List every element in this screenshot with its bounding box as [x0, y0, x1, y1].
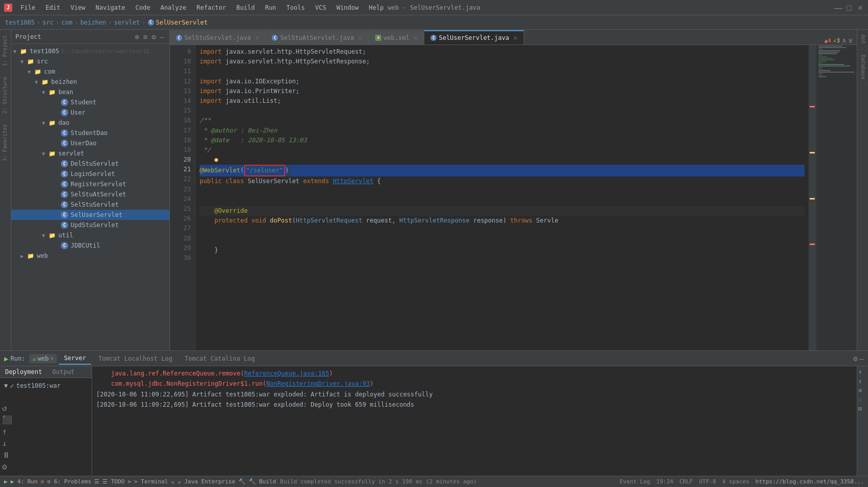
tab-project[interactable]: 1: Project: [0, 30, 11, 71]
code-editor[interactable]: 9 10 11 12 13 14 15 16 17 18 19 20 21 22…: [170, 45, 857, 350]
output-link[interactable]: ReferenceQueue.java:165: [244, 370, 329, 377]
maximize-button[interactable]: □: [845, 4, 853, 11]
minimize-button[interactable]: —: [834, 4, 841, 11]
sidebar-hide-icon[interactable]: —: [159, 32, 165, 42]
tree-item-userdao[interactable]: C UserDao: [11, 138, 169, 148]
close-button[interactable]: ×: [857, 4, 864, 11]
menu-refactor[interactable]: Refactor: [192, 3, 230, 12]
status-java-label[interactable]: ☕ Java Enterprise: [178, 478, 235, 485]
bottom-tab-tomcatLocalhost[interactable]: Tomcat Localhost Log: [93, 353, 178, 364]
breadcrumb-src[interactable]: src: [42, 19, 54, 26]
status-terminal-label[interactable]: > Terminal: [134, 478, 168, 485]
tab-ant[interactable]: Ant: [857, 30, 868, 50]
tree-item-dao[interactable]: ▼ 📁 dao: [11, 118, 169, 128]
status-java-icon[interactable]: ☕: [171, 478, 175, 485]
tree-item-studentdao[interactable]: C StudentDao: [11, 128, 169, 138]
tree-item-util[interactable]: ▼ 📁 util: [11, 230, 169, 240]
tab-favorites[interactable]: 3: Favorites: [0, 119, 11, 166]
tree-item-registerservlet[interactable]: C RegisterServlet: [11, 179, 169, 189]
tree-item-test1005[interactable]: ▼ 📁 test1005 D:\IdeaProjects\web\test10.…: [11, 46, 169, 56]
bottom-icon-4[interactable]: ☆: [858, 396, 867, 403]
tree-item-selstuservlet[interactable]: C SelStuServlet: [11, 200, 169, 210]
breadcrumb-com[interactable]: com: [61, 19, 73, 26]
bottom-icon-3[interactable]: ≡: [858, 387, 867, 394]
restart-icon[interactable]: ↺: [2, 403, 90, 413]
tab-structure[interactable]: 2: Structure: [0, 71, 11, 119]
deployment-item[interactable]: ▼ ✓ test1005:war: [2, 380, 90, 391]
breadcrumb-servlet[interactable]: servlet: [114, 19, 140, 26]
menu-run[interactable]: Run: [261, 3, 280, 12]
bottom-tab-tomcatCatalina[interactable]: Tomcat Catalina Log: [180, 353, 260, 364]
menu-navigate[interactable]: Navigate: [92, 3, 129, 12]
menu-build[interactable]: Build: [232, 3, 259, 12]
status-run-label[interactable]: ▶ 4: Run: [11, 478, 38, 485]
tree-item-beizhen[interactable]: ▼ 📁 beizhen: [11, 77, 169, 87]
breadcrumb-test1005[interactable]: test1005: [5, 19, 35, 26]
hide-icon[interactable]: —: [860, 355, 864, 363]
status-todo-label[interactable]: ☰ TODO: [102, 478, 124, 485]
sidebar-sync-icon[interactable]: ⊕: [134, 32, 140, 42]
tree-item-web[interactable]: ▶ 📁 web: [11, 251, 169, 261]
deploy-expand-icon[interactable]: ▼: [4, 382, 8, 389]
status-charset[interactable]: UTF-8: [699, 478, 716, 485]
tab-selstuservlet[interactable]: C SelStuServlet.java ×: [170, 30, 266, 45]
tree-item-servlet[interactable]: ▼ 📁 servlet: [11, 148, 169, 159]
bs-tab-output[interactable]: Output: [47, 366, 79, 378]
tab-database[interactable]: Database: [857, 50, 868, 85]
breadcrumb-beizhen[interactable]: beizhen: [80, 19, 106, 26]
run-target[interactable]: ☕ web ×: [29, 354, 57, 363]
status-indent[interactable]: 4 spaces: [722, 478, 749, 485]
menu-file[interactable]: File: [16, 3, 39, 12]
tab-seluserservlet[interactable]: C SelUserServlet.java ×: [424, 30, 524, 45]
status-eventlog[interactable]: Event Log: [620, 478, 650, 485]
code-content[interactable]: import javax.servlet.http.HttpServletReq…: [196, 45, 809, 350]
status-crlf[interactable]: CRLF: [679, 478, 693, 485]
tree-item-seluserservlet[interactable]: C SelUserServlet: [11, 210, 169, 220]
status-run-icon[interactable]: ▶: [4, 478, 8, 485]
scroll-down-icon[interactable]: ↓: [2, 438, 90, 448]
tab-close-icon[interactable]: ×: [358, 34, 362, 42]
tab-close-icon[interactable]: ×: [513, 34, 517, 42]
tree-item-student[interactable]: C Student: [11, 97, 169, 107]
error-nav-up[interactable]: ∧: [842, 36, 846, 45]
bs-tab-deployment[interactable]: Deployment: [0, 366, 47, 378]
tree-item-loginservlet[interactable]: C LoginServlet: [11, 169, 169, 179]
tree-item-jdbcutil[interactable]: C JDBCUtil: [11, 240, 169, 251]
bottom-icon-5[interactable]: ⊞: [858, 405, 867, 412]
menu-edit[interactable]: Edit: [41, 3, 64, 12]
bottom-tab-server[interactable]: Server: [59, 352, 91, 365]
run-target-close[interactable]: ×: [50, 355, 54, 362]
bottom-icon-2[interactable]: ↕: [858, 378, 867, 385]
menu-view[interactable]: View: [67, 3, 90, 12]
tree-item-src[interactable]: ▼ 📁 src: [11, 56, 169, 67]
menu-vcs[interactable]: VCS: [311, 3, 331, 12]
tab-webxml[interactable]: X web.xml ×: [369, 30, 424, 45]
status-problems-label[interactable]: ⊙ 6: Problems: [47, 478, 91, 485]
error-nav-down[interactable]: ∨: [849, 36, 853, 45]
status-build-icon[interactable]: 🔨: [238, 478, 246, 485]
menu-analyze[interactable]: Analyze: [156, 3, 190, 12]
tree-item-delstuservlet[interactable]: C DelStuServlet: [11, 159, 169, 169]
stop-icon[interactable]: ⬛: [2, 415, 90, 425]
menu-tools[interactable]: Tools: [283, 3, 309, 12]
sidebar-settings-icon[interactable]: ⚙: [150, 32, 157, 42]
status-terminal-icon[interactable]: >: [127, 478, 131, 485]
output-link[interactable]: NonRegisteringDriver.java:93: [266, 380, 370, 387]
status-problems-icon[interactable]: ⊙: [41, 478, 45, 485]
menu-window[interactable]: Window: [332, 3, 362, 12]
settings-icon[interactable]: ⚙: [853, 355, 857, 363]
tab-close-icon[interactable]: ×: [255, 34, 259, 42]
pause-icon[interactable]: ⏸: [2, 450, 90, 460]
status-build-label[interactable]: 🔨 Build: [249, 478, 276, 485]
filter-icon[interactable]: ⚙: [2, 462, 90, 472]
sidebar-collapse-icon[interactable]: ≡: [142, 32, 148, 42]
tree-item-bean[interactable]: ▼ 📁 bean: [11, 87, 169, 97]
status-todo-icon[interactable]: ☰: [94, 478, 99, 485]
tab-close-icon[interactable]: ×: [414, 34, 418, 42]
menu-help[interactable]: Help: [365, 3, 388, 12]
tree-item-user[interactable]: C User: [11, 107, 169, 118]
tab-selstuatservlet[interactable]: C SelStuAtServlet.java ×: [266, 30, 369, 45]
tree-item-selstuatservlet[interactable]: C SelStuAtServlet: [11, 189, 169, 200]
tree-item-com[interactable]: ▼ 📁 com: [11, 67, 169, 77]
menu-code[interactable]: Code: [132, 3, 155, 12]
